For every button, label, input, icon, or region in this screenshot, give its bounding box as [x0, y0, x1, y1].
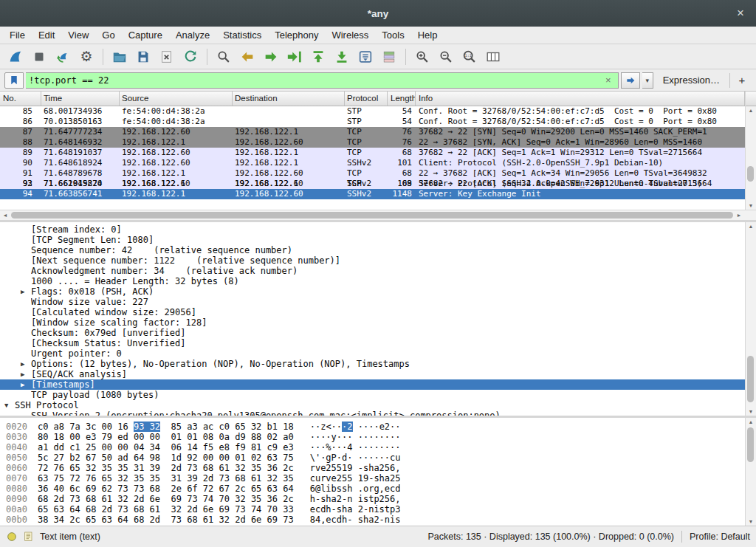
- zoom-out-button[interactable]: [435, 47, 457, 67]
- capture-comment-button[interactable]: [23, 531, 35, 543]
- column-header-no[interactable]: No.: [0, 92, 41, 106]
- column-header-length[interactable]: Length: [388, 92, 416, 106]
- packet-row[interactable]: 8771.647777234192.168.122.60192.168.122.…: [0, 127, 745, 137]
- hex-row[interactable]: 0020c0 a8 7a 3c 00 16 93 32 85 a3 ac c0 …: [6, 422, 745, 432]
- detail-line[interactable]: Window size value: 227: [0, 297, 745, 307]
- detail-line[interactable]: Acknowledgment number: 34 (relative ack …: [0, 266, 745, 276]
- scrollbar-thumb[interactable]: [747, 166, 754, 182]
- packet-list-hscrollbar[interactable]: ◄ ►: [0, 210, 756, 220]
- menu-wireless[interactable]: Wireless: [325, 28, 375, 42]
- zoom-in-button[interactable]: [411, 47, 433, 67]
- packet-row[interactable]: 9071.648618924192.168.122.60192.168.122.…: [0, 158, 745, 168]
- hex-row[interactable]: 003080 18 00 e3 79 ed 00 00 01 01 08 0a …: [6, 432, 745, 442]
- open-file-button[interactable]: [109, 47, 131, 67]
- detail-line[interactable]: Sequence number: 42 (relative sequence n…: [0, 245, 745, 255]
- expander-icon[interactable]: ▶: [21, 286, 31, 297]
- hex-bytes[interactable]: 68 2d 73 68 61 32 2d 6e 69 73 74 70 32 3…: [38, 494, 294, 504]
- detail-line[interactable]: ▶Options: (12 bytes), No-Operation (NOP)…: [0, 359, 745, 369]
- detail-line[interactable]: ▶[Timestamps]: [0, 379, 745, 390]
- ascii-bytes[interactable]: ····y··· ········: [310, 432, 401, 442]
- hex-row[interactable]: 007063 75 72 76 65 32 35 35 31 39 2d 73 …: [6, 473, 745, 484]
- menu-tools[interactable]: Tools: [375, 28, 410, 42]
- capture-options-button[interactable]: ⚙: [75, 47, 97, 67]
- menu-analyze[interactable]: Analyze: [169, 28, 216, 42]
- hex-row[interactable]: 008036 40 6c 69 62 73 73 68 2e 6f 72 67 …: [6, 484, 745, 494]
- hex-bytes[interactable]: 63 75 72 76 65 32 35 35 31 39 2d 73 68 6…: [38, 473, 294, 484]
- filter-dropdown-button[interactable]: ▾: [642, 72, 653, 89]
- packet-row[interactable]: 9471.663856741192.168.122.1192.168.122.6…: [0, 189, 745, 199]
- column-header-time[interactable]: Time: [41, 92, 120, 106]
- scroll-left-arrow[interactable]: ◄: [0, 210, 10, 220]
- detail-line[interactable]: [Checksum Status: Unverified]: [0, 338, 745, 348]
- menu-help[interactable]: Help: [411, 28, 444, 42]
- hex-bytes[interactable]: 65 63 64 68 2d 73 68 61 32 2d 6e 69 73 7…: [38, 504, 294, 515]
- hex-row[interactable]: 006072 76 65 32 35 35 31 39 2d 73 68 61 …: [6, 463, 745, 473]
- hex-row[interactable]: 00505c 27 b2 67 50 ad 64 98 1d 92 00 00 …: [6, 453, 745, 463]
- go-first-packet-button[interactable]: [307, 47, 329, 67]
- ascii-bytes[interactable]: 6@libssh .org,ecd: [310, 484, 401, 494]
- close-file-button[interactable]: [156, 47, 178, 67]
- filter-clear-icon[interactable]: ×: [602, 75, 615, 86]
- menu-statistics[interactable]: Statistics: [216, 28, 268, 42]
- expression-button[interactable]: Expression…: [656, 75, 727, 86]
- ascii-bytes[interactable]: ··z<···2 ····e2··: [310, 422, 401, 432]
- add-filter-button[interactable]: +: [732, 72, 752, 89]
- filter-bookmark-button[interactable]: [4, 72, 24, 89]
- find-packet-button[interactable]: [213, 47, 235, 67]
- packet-row[interactable]: 8971.648191037192.168.122.60192.168.122.…: [0, 148, 745, 158]
- profile-selector[interactable]: Profile: Default: [690, 531, 750, 542]
- hex-bytes[interactable]: c0 a8 7a 3c 00 16 93 32 85 a3 ac c0 65 3…: [38, 422, 294, 432]
- column-header-destination[interactable]: Destination: [233, 92, 345, 106]
- detail-line[interactable]: Urgent pointer: 0: [0, 348, 745, 359]
- colorize-packets-button[interactable]: [378, 47, 400, 67]
- scroll-down-arrow[interactable]: ▼: [746, 517, 756, 526]
- go-to-packet-button[interactable]: [284, 47, 306, 67]
- hex-bytes[interactable]: a1 dd c1 25 00 00 04 34 06 14 f5 e8 f9 8…: [38, 442, 294, 453]
- go-forward-button[interactable]: [260, 47, 282, 67]
- expert-info-button[interactable]: [6, 531, 18, 543]
- scroll-up-arrow[interactable]: ▲: [746, 222, 756, 230]
- detail-line[interactable]: TCP payload (1080 bytes): [0, 390, 745, 400]
- expander-icon[interactable]: ▼: [4, 400, 15, 410]
- hex-row[interactable]: 009068 2d 73 68 61 32 2d 6e 69 73 74 70 …: [6, 494, 745, 504]
- go-back-button[interactable]: [236, 47, 258, 67]
- ascii-bytes[interactable]: ecdh-sha 2-nistp3: [310, 504, 401, 515]
- scrollbar-thumb[interactable]: [747, 427, 754, 462]
- detail-line[interactable]: SSH Version 2 (encryption:chacha20-poly1…: [0, 410, 745, 416]
- packet-row[interactable]: 9171.648789678192.168.122.1192.168.122.6…: [0, 168, 745, 179]
- ascii-bytes[interactable]: \'·gP·d· ······cu: [310, 453, 401, 463]
- display-filter-input[interactable]: [29, 75, 602, 86]
- ascii-bytes[interactable]: rve25519 -sha256,: [310, 463, 401, 473]
- scroll-right-arrow[interactable]: ►: [734, 210, 744, 220]
- packet-row[interactable]: 9371.662015274192.168.122.60192.168.122.…: [0, 179, 745, 189]
- hex-row[interactable]: 00a065 63 64 68 2d 73 68 61 32 2d 6e 69 …: [6, 504, 745, 515]
- reload-file-button[interactable]: [179, 47, 202, 67]
- expander-icon[interactable]: ▶: [21, 379, 31, 390]
- column-header-info[interactable]: Info: [416, 92, 745, 106]
- scrollbar-thumb[interactable]: [11, 212, 733, 219]
- menu-view[interactable]: View: [61, 28, 95, 42]
- column-header-source[interactable]: Source: [120, 92, 233, 106]
- menu-file[interactable]: File: [3, 28, 32, 42]
- hex-bytes[interactable]: 5c 27 b2 67 50 ad 64 98 1d 92 00 00 01 0…: [38, 453, 294, 463]
- menu-go[interactable]: Go: [95, 28, 121, 42]
- packet-row[interactable]: 8871.648146932192.168.122.1192.168.122.6…: [0, 137, 745, 148]
- scrollbar-thumb[interactable]: [747, 356, 754, 402]
- expander-icon[interactable]: ▶: [21, 359, 31, 369]
- detail-line[interactable]: [Stream index: 0]: [0, 224, 745, 235]
- stop-capture-button[interactable]: [28, 47, 50, 67]
- detail-line[interactable]: 1000 .... = Header Length: 32 bytes (8): [0, 276, 745, 286]
- detail-line[interactable]: ▼SSH Protocol: [0, 400, 745, 410]
- packet-row[interactable]: 8568.001734936fe:54:00:d4:38:2aSTP54Conf…: [0, 106, 745, 117]
- column-header-protocol[interactable]: Protocol: [345, 92, 388, 106]
- scroll-down-arrow[interactable]: ▼: [746, 202, 756, 210]
- menu-capture[interactable]: Capture: [122, 28, 169, 42]
- detail-line[interactable]: [Next sequence number: 1122 (relative se…: [0, 255, 745, 266]
- hex-row[interactable]: 00b038 34 2c 65 63 64 68 2d 73 68 61 32 …: [6, 515, 745, 525]
- detail-line[interactable]: [TCP Segment Len: 1080]: [0, 235, 745, 245]
- save-file-button[interactable]: [132, 47, 154, 67]
- detail-pane-scrollbar[interactable]: ▲ ▼: [745, 222, 756, 416]
- packet-row[interactable]: 8670.013850163fe:54:00:d4:38:2aSTP54Conf…: [0, 117, 745, 127]
- zoom-reset-button[interactable]: 1:1: [458, 47, 481, 67]
- menu-edit[interactable]: Edit: [32, 28, 61, 42]
